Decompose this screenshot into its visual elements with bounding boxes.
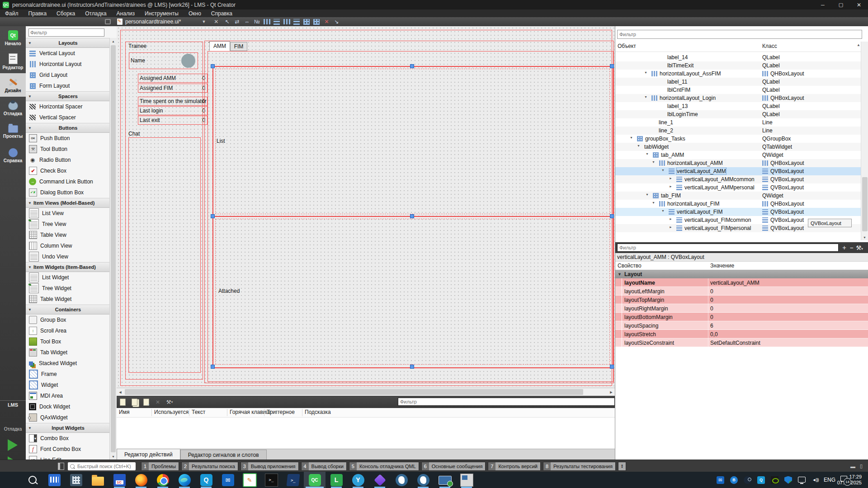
close-document-icon[interactable]: ✕ (214, 19, 218, 25)
widget-command-link-button[interactable]: →Command Link Button (26, 176, 117, 187)
break-layout-icon[interactable]: ✕ (322, 18, 330, 25)
split-horizontal-icon[interactable] (283, 18, 291, 25)
maximize-button[interactable]: ▢ (832, 0, 850, 9)
tray-anydesk-icon[interactable]: Q (757, 476, 765, 484)
tab-amm[interactable]: AMM (209, 41, 230, 51)
scrollbar-thumb[interactable] (111, 45, 116, 452)
column-property[interactable]: Свойство (618, 263, 642, 269)
taskbar-postgres[interactable] (391, 472, 412, 488)
chevron-down-icon[interactable]: ▼ (652, 201, 655, 204)
chevron-down-icon[interactable]: ▼ (646, 193, 649, 196)
canvas-hscrollbar[interactable]: ◄ ► (117, 388, 615, 396)
widget-tree-widget[interactable]: Tree Widget (26, 283, 117, 294)
adjust-size-icon[interactable]: ↘ (332, 18, 340, 25)
column-class[interactable]: Класс (762, 43, 777, 49)
tree-row-lblCntFIM[interactable]: lblCntFIMQLabel (615, 86, 861, 94)
menu-правка[interactable]: Правка (24, 9, 52, 17)
widget-group-box[interactable]: Group Box (26, 314, 117, 325)
tray-steam-icon[interactable] (744, 476, 751, 484)
menu-отладка[interactable]: Отладка (80, 9, 111, 17)
widget-line-edit[interactable]: ABLine Edit (26, 455, 117, 460)
scroll-down-icon[interactable]: ▼ (110, 453, 117, 460)
tree-row-tabWidget[interactable]: ▼tabWidgetQTabWidget (615, 143, 861, 151)
scroll-left-icon[interactable]: ◄ (117, 388, 124, 396)
chevron-right-icon[interactable]: ► (669, 185, 672, 188)
taskbar-chrome[interactable] (152, 472, 174, 488)
add-property-icon[interactable]: ＋ (841, 244, 847, 252)
selection-handle[interactable] (410, 214, 414, 218)
widget-column-view[interactable]: Column View (26, 240, 117, 251)
taskbar-powershell[interactable]: >_ (282, 472, 304, 488)
selection-handle[interactable] (610, 365, 614, 369)
output-pane-контроль-версий[interactable]: 7Контроль версий (488, 462, 541, 471)
widget-tool-box[interactable]: Tool Box (26, 336, 117, 347)
tray-nvidia-icon[interactable] (771, 476, 778, 484)
taskbar-fork-app[interactable]: Y (347, 472, 369, 488)
property-row-layoutSpacing[interactable]: layoutSpacing6 (615, 321, 868, 330)
widget-stacked-widget[interactable]: Stacked Widget (26, 358, 117, 369)
property-row-layoutRightMargin[interactable]: layoutRightMargin0 (615, 304, 868, 313)
copy-action-icon[interactable] (130, 398, 139, 406)
scroll-right-icon[interactable]: ► (608, 388, 615, 396)
layout-horizontal-icon[interactable] (263, 18, 271, 25)
widget-list-widget[interactable]: List Widget (26, 272, 117, 283)
tree-row-lblLoginTime[interactable]: lblLoginTimeQLabel (615, 110, 861, 118)
widget-qaxwidget[interactable]: QAxWidget (26, 412, 117, 423)
tree-row-verticalLayout_AMMpersonal[interactable]: ►verticalLayout_AMMpersonalQVBoxLayout (615, 183, 861, 192)
object-inspector-filter-input[interactable] (617, 30, 862, 39)
taskbar-l-app[interactable]: L (326, 472, 347, 488)
layout-grid-icon[interactable] (312, 18, 321, 25)
trainee-name-widget[interactable]: Name (129, 52, 198, 69)
kit-selector[interactable]: LMS (0, 402, 26, 408)
action-column-используется[interactable]: Используется (154, 409, 189, 415)
widget-tool-button[interactable]: ⚒Tool Button (26, 144, 117, 155)
tray-network-icon[interactable] (798, 477, 806, 483)
configure-icon[interactable]: ⚒▾ (856, 244, 863, 251)
trainee-row-last-login[interactable]: Last login0 (138, 106, 208, 115)
tray-bluetooth-icon[interactable]: B (730, 476, 738, 484)
trainee-row-assigned-fim[interactable]: Assigned FIM0 (138, 84, 208, 93)
widget-list-view[interactable]: List View (26, 208, 117, 219)
chevron-down-icon[interactable]: ▼ (637, 144, 640, 147)
scrollbar-thumb[interactable] (862, 177, 868, 231)
paste-action-icon[interactable]: → (142, 398, 151, 406)
tray-volume-icon[interactable]: ◄))) (811, 476, 819, 484)
edit-buddies-icon[interactable]: ⇔ (243, 18, 251, 25)
pane-updown-button[interactable]: ▲▼ (618, 462, 626, 471)
trainee-row-assigned-amm[interactable]: Assigned AMM0 (138, 74, 208, 83)
taskbar-postgres2[interactable] (412, 472, 434, 488)
widget-push-button[interactable]: OKPush Button (26, 133, 117, 144)
mode-начало[interactable]: QtНачало (0, 26, 26, 50)
scroll-up-icon[interactable]: ▲ (857, 43, 860, 47)
widget-form-layout[interactable]: Form Layout (26, 80, 117, 91)
tree-row-verticalLayout_AMM[interactable]: ▼verticalLayout_AMMQVBoxLayout (615, 167, 861, 175)
trainee-group-box[interactable]: Trainee Name Assigned AMM0Assigned FIM0T… (125, 42, 203, 380)
output-pane-результаты-поиска[interactable]: 2Результаты поиска (181, 462, 238, 471)
panel-icon[interactable]: ▯ (860, 463, 863, 469)
tree-row-horizontalLayout_AMM[interactable]: ▼horizontalLayout_AMMQHBoxLayout (615, 159, 861, 167)
property-group-layout[interactable]: ▼ Layout (615, 270, 868, 278)
minimize-output-icon[interactable]: ▬ (850, 464, 855, 469)
layout-vertical-icon[interactable] (273, 18, 281, 25)
tree-row-horizontalLayout_FIM[interactable]: ▼horizontalLayout_FIMQHBoxLayout (615, 200, 861, 208)
taskbar-firefox[interactable] (130, 472, 152, 488)
chevron-down-icon[interactable]: ▼ (644, 71, 647, 74)
open-document-selector[interactable]: personalcardtrainee.ui* ▼ (117, 19, 210, 25)
chevron-down-icon[interactable]: ▼ (646, 152, 649, 155)
chevron-right-icon[interactable]: ► (669, 225, 672, 229)
action-column-имя[interactable]: Имя (119, 409, 129, 415)
menu-анализ[interactable]: Анализ (112, 9, 140, 17)
column-object[interactable]: Объект (618, 43, 636, 49)
tree-row-verticalLayout_AMMcommon[interactable]: ►verticalLayout_AMMcommonQVBoxLayout (615, 175, 861, 183)
edit-signals-icon[interactable]: ⇄ (233, 18, 241, 25)
widget-check-box[interactable]: ✔Check Box (26, 165, 117, 176)
delete-action-icon[interactable]: ✕ (153, 398, 162, 406)
property-row-layoutLeftMargin[interactable]: layoutLeftMargin0 (615, 287, 868, 296)
widget-scroll-area[interactable]: ↕Scroll Area (26, 325, 117, 336)
section-layouts[interactable]: ▼Layouts (26, 38, 117, 48)
tree-row-horizontalLayout_AssFIM[interactable]: ▼horizontalLayout_AssFIMQHBoxLayout (615, 70, 861, 78)
widget-tree-view[interactable]: Tree View (26, 219, 117, 230)
tree-row-lblTimeExit[interactable]: lblTimeExitQLabel (615, 61, 861, 70)
chevron-down-icon[interactable]: ▼ (630, 136, 633, 139)
remove-property-icon[interactable]: − (850, 244, 854, 251)
